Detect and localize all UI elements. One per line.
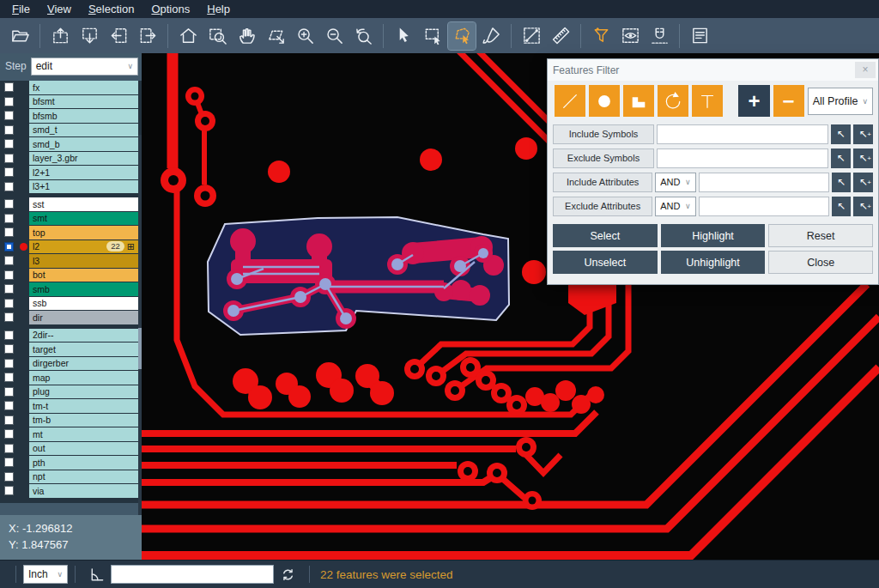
layer-visibility-checkbox[interactable] (4, 401, 14, 410)
pan-right-tool[interactable] (134, 22, 161, 50)
layer-active-indicator[interactable] (18, 109, 29, 123)
layer-active-indicator[interactable] (18, 311, 29, 324)
select-button[interactable]: Select (553, 224, 658, 247)
zoom-selection-tool[interactable] (262, 22, 289, 50)
zoom-previous-tool[interactable] (349, 22, 377, 50)
layer-row-bfsmt[interactable]: bfsmt (0, 95, 142, 109)
zoom-window-tool[interactable] (203, 22, 231, 50)
layer-row-via[interactable]: via (0, 484, 142, 498)
layer-visibility-checkbox[interactable] (4, 415, 14, 425)
layer-active-indicator[interactable] (18, 226, 29, 239)
layer-name[interactable]: l3+1 (29, 180, 138, 194)
pan-left-tool[interactable] (105, 22, 132, 50)
layer-active-indicator[interactable] (18, 254, 29, 268)
layer-visibility-checkbox[interactable] (4, 270, 14, 280)
layer-row-npt[interactable]: npt (0, 470, 142, 484)
layer-active-indicator[interactable] (18, 399, 29, 413)
filter-arcs-button[interactable] (658, 85, 688, 117)
pan-up-tool[interactable] (46, 22, 74, 50)
layer-active-indicator[interactable] (18, 124, 29, 137)
layer-row-smb[interactable]: smb (0, 282, 142, 296)
select-polygon-tool[interactable] (448, 22, 476, 50)
exclude-symbols-button[interactable]: Exclude Symbols (553, 149, 654, 168)
layer-name[interactable]: dirgerber (29, 357, 138, 371)
measure-tool[interactable] (518, 22, 545, 50)
layer-row-bfsmb[interactable]: bfsmb (0, 109, 142, 123)
layer-name[interactable]: bfsmb (29, 109, 138, 123)
layer-row-2dir--[interactable]: 2dir-- (0, 329, 142, 342)
layer-active-indicator[interactable] (18, 385, 29, 399)
layer-row-pth[interactable]: pth (0, 456, 142, 470)
reset-button[interactable]: Reset (768, 224, 873, 247)
layer-name[interactable]: smd_b (29, 137, 138, 151)
menu-options[interactable]: Options (142, 1, 198, 17)
layer-active-indicator[interactable] (18, 329, 29, 342)
layer-name[interactable]: sst (29, 197, 138, 211)
layer-row-layer_3.gbr[interactable]: layer_3.gbr (0, 152, 142, 166)
layer-row-plug[interactable]: plug (0, 385, 142, 399)
include-symbols-button[interactable]: Include Symbols (553, 124, 654, 144)
layer-name[interactable]: smd_t (29, 124, 138, 137)
layer-active-indicator[interactable] (18, 81, 29, 94)
layer-row-top[interactable]: top (0, 226, 142, 239)
exclude-attributes-button[interactable]: Exclude Attributes (553, 197, 652, 216)
layer-name[interactable]: target (29, 342, 138, 356)
snap-angle-icon[interactable] (88, 567, 105, 583)
layer-row-smt[interactable]: smt (0, 212, 142, 226)
layer-name[interactable]: l222⊞ (29, 240, 138, 254)
filter-text-button[interactable] (692, 85, 723, 117)
layer-visibility-checkbox[interactable] (4, 299, 14, 308)
layer-name[interactable]: mt (29, 427, 138, 441)
command-input[interactable] (111, 565, 274, 584)
layer-visibility-checkbox[interactable] (4, 82, 14, 92)
layer-name[interactable]: out (29, 442, 138, 456)
layer-visibility-checkbox[interactable] (4, 154, 14, 163)
layer-row-ssb[interactable]: ssb (0, 297, 142, 311)
layer-visibility-checkbox[interactable] (4, 330, 14, 340)
layer-visibility-checkbox[interactable] (4, 227, 14, 237)
layer-visibility-checkbox[interactable] (4, 111, 14, 120)
layer-active-indicator[interactable] (18, 152, 29, 166)
menu-help[interactable]: Help (198, 1, 239, 17)
layer-name[interactable]: top (29, 226, 138, 239)
layer-row-l3[interactable]: l3 (0, 254, 142, 268)
select-rectangle-tool[interactable] (419, 22, 446, 50)
layer-visibility-checkbox[interactable] (4, 444, 14, 453)
layer-visibility-checkbox[interactable] (4, 312, 14, 322)
layer-active-indicator[interactable] (18, 269, 29, 282)
layer-name[interactable]: npt (29, 470, 138, 484)
dialog-close-button[interactable]: × (855, 62, 876, 78)
layer-active-indicator[interactable] (18, 137, 29, 151)
include-symbols-pick-add-button[interactable]: ↖+ (853, 124, 873, 144)
exclude-symbols-pick-add-button[interactable]: ↖+ (853, 149, 873, 168)
layer-active-indicator[interactable] (18, 371, 29, 385)
layer-visibility-checkbox[interactable] (4, 429, 14, 439)
layer-name[interactable]: l2+1 (29, 166, 138, 179)
layer-active-indicator[interactable] (18, 456, 29, 470)
step-dropdown[interactable]: edit ∨ (31, 58, 138, 76)
layer-visibility-checkbox[interactable] (4, 167, 14, 177)
include-attributes-pick-button[interactable]: ↖ (832, 173, 852, 192)
layer-name[interactable]: bfsmt (29, 95, 138, 109)
zoom-out-tool[interactable] (320, 22, 348, 50)
layer-visibility-checkbox[interactable] (4, 182, 14, 191)
layer-active-indicator[interactable] (18, 427, 29, 441)
layer-row-l2[interactable]: l222⊞ (0, 240, 142, 254)
layer-name[interactable]: bot (29, 269, 138, 282)
layer-row-dir[interactable]: dir (0, 311, 142, 324)
refresh-icon[interactable] (280, 567, 296, 583)
layer-row-dirgerber[interactable]: dirgerber (0, 357, 142, 371)
layer-visibility-checkbox[interactable] (4, 97, 14, 106)
layer-list-scrollbar[interactable] (138, 135, 142, 530)
profile-dropdown[interactable]: All Profile ∨ (808, 88, 873, 115)
open-file-tool[interactable] (6, 22, 33, 50)
layer-name[interactable]: dir (29, 311, 138, 324)
layer-active-indicator[interactable] (18, 240, 29, 254)
layer-row-smd_b[interactable]: smd_b (0, 137, 142, 151)
layer-active-indicator[interactable] (18, 212, 29, 226)
snap-tool[interactable] (646, 22, 673, 50)
layer-name[interactable]: map (29, 371, 138, 385)
layer-active-indicator[interactable] (18, 166, 29, 179)
layer-row-smd_t[interactable]: smd_t (0, 124, 142, 137)
report-form-tool[interactable] (686, 22, 713, 50)
